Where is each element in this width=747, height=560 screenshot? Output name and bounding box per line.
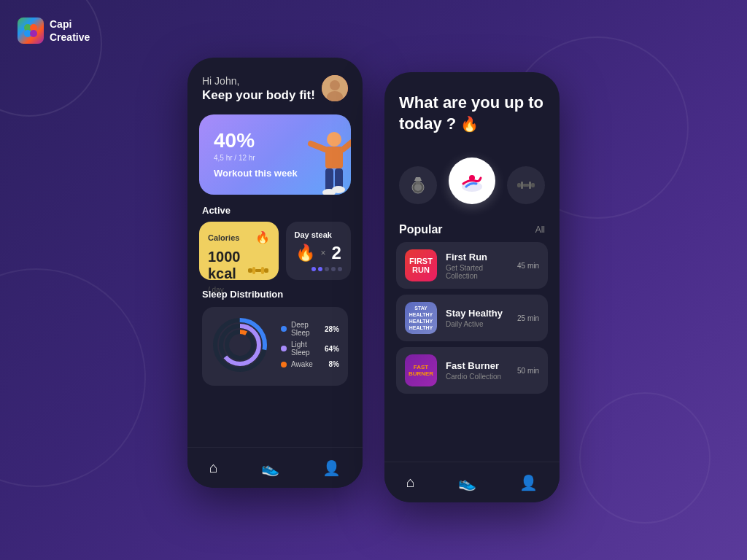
svg-rect-17 — [255, 269, 261, 272]
logo-text: Capi Creative — [50, 18, 90, 44]
p1-avatar — [322, 75, 348, 101]
svg-rect-16 — [252, 267, 255, 274]
svg-rect-36 — [531, 183, 535, 187]
cal-title: Calories — [208, 233, 239, 242]
workout-figure — [300, 129, 351, 195]
svg-point-31 — [469, 175, 475, 181]
cal-value: 1000 kcal — [208, 249, 241, 281]
phones-container: Hi John, Keep your body fit! 40% 4,5 hr … — [187, 58, 560, 502]
workout-info-first-run: First Run Get Started Collection — [446, 252, 508, 280]
workout-item-fast-burner[interactable]: FASTBURNER Fast Burner Cardio Collection… — [396, 347, 548, 394]
svg-rect-18 — [261, 267, 264, 274]
svg-rect-32 — [517, 183, 521, 187]
popular-header: Popular All — [384, 216, 560, 242]
p1-nav-activity[interactable]: 👟 — [261, 459, 279, 477]
p2-header: What are you up to today ? 🔥 — [384, 72, 560, 146]
svg-line-9 — [311, 144, 325, 149]
bg-decoration-4 — [579, 392, 711, 524]
donut-chart — [211, 316, 269, 377]
p2-nav-profile[interactable]: 👤 — [519, 474, 538, 491]
flame-icon: 🔥 — [255, 230, 270, 244]
popular-all-btn[interactable]: All — [535, 225, 545, 235]
svg-point-7 — [327, 132, 341, 147]
svg-rect-33 — [521, 182, 523, 189]
svg-rect-35 — [529, 182, 531, 189]
activity-btn-weight[interactable] — [507, 166, 545, 204]
streak-fire-icon: 🔥 — [295, 244, 315, 262]
workout-thumb-stay-healthy: STAYHEALTHYHEALTHYHEALTHY — [405, 302, 437, 334]
workout-time-stay-healthy: 25 min — [517, 314, 539, 322]
workout-item-stay-healthy[interactable]: STAYHEALTHYHEALTHYHEALTHY Stay Healthy D… — [396, 295, 548, 341]
svg-rect-12 — [335, 168, 343, 189]
svg-rect-34 — [523, 184, 529, 187]
workout-info-fast-burner: Fast Burner Cardio Collection — [446, 360, 508, 381]
p1-greeting: Hi John, — [202, 75, 315, 87]
logo-icon — [18, 18, 44, 44]
svg-line-10 — [343, 142, 351, 149]
activity-btn-running[interactable] — [449, 158, 495, 204]
p1-title: Keep your body fit! — [202, 88, 315, 103]
phone-2: What are you up to today ? 🔥 — [384, 72, 560, 502]
legend-awake: Awake 8% — [281, 360, 339, 368]
streak-card: Day steak 🔥 × 2 — [286, 222, 352, 280]
svg-marker-29 — [414, 177, 422, 181]
phone-1: Hi John, Keep your body fit! 40% 4,5 hr … — [187, 58, 363, 488]
workout-thumb-fast-burner: FASTBURNER — [405, 354, 437, 386]
sleep-section: Sleep Distribution — [187, 280, 363, 392]
p1-nav-profile[interactable]: 👤 — [322, 459, 341, 477]
streak-count: 2 — [332, 243, 341, 263]
workout-info-stay-healthy: Stay Healthy Daily Active — [446, 308, 508, 328]
p1-header: Hi John, Keep your body fit! — [187, 58, 363, 114]
workout-card: 40% 4,5 hr / 12 hr Workout this week — [199, 114, 351, 195]
svg-rect-15 — [248, 268, 252, 273]
svg-point-3 — [30, 30, 37, 37]
p2-nav-home[interactable]: ⌂ — [406, 474, 415, 491]
workout-list: FIRSTRUN First Run Get Started Collectio… — [384, 242, 560, 394]
streak-dots — [295, 267, 343, 271]
activity-btn-medal[interactable] — [399, 166, 437, 204]
logo: Capi Creative — [18, 18, 90, 44]
svg-rect-19 — [264, 268, 268, 273]
p1-header-text: Hi John, Keep your body fit! — [202, 75, 315, 103]
svg-rect-11 — [325, 168, 333, 192]
legend-deep-sleep: Deep Sleep 28% — [281, 321, 339, 337]
svg-point-24 — [227, 332, 253, 358]
sleep-legend: Deep Sleep 28% Light Sleep 64% Awake 8% — [281, 321, 339, 372]
dumbbell-icon — [247, 259, 270, 285]
sleep-card: Deep Sleep 28% Light Sleep 64% Awake 8% — [202, 307, 348, 386]
active-section-label: Active — [187, 195, 363, 222]
sleep-title: Sleep Distribution — [202, 289, 348, 300]
p1-bottom-nav: ⌂ 👟 👤 — [187, 447, 363, 488]
activity-selector — [384, 146, 560, 216]
p2-nav-activity[interactable]: 👟 — [458, 474, 476, 491]
p2-bottom-nav: ⌂ 👟 👤 — [384, 462, 560, 502]
svg-point-14 — [332, 186, 345, 193]
legend-light-sleep: Light Sleep 64% — [281, 341, 339, 357]
workout-item-first-run[interactable]: FIRSTRUN First Run Get Started Collectio… — [396, 242, 548, 289]
workout-time-first-run: 45 min — [517, 262, 539, 270]
p2-title: What are you up to today ? 🔥 — [399, 93, 545, 134]
calories-card: Calories 🔥 1000 kcal / day — [199, 222, 279, 280]
workout-thumb-first-run: FIRSTRUN — [405, 249, 437, 281]
p1-nav-home[interactable]: ⌂ — [209, 459, 218, 476]
svg-point-5 — [330, 80, 340, 90]
popular-title: Popular — [399, 223, 443, 236]
streak-title: Day steak — [295, 230, 343, 239]
workout-time-fast-burner: 50 min — [517, 367, 539, 375]
bg-decoration-2 — [0, 268, 146, 487]
active-cards: Calories 🔥 1000 kcal / day — [187, 222, 363, 280]
p2-fire-icon: 🔥 — [460, 116, 479, 132]
svg-point-27 — [414, 184, 422, 191]
